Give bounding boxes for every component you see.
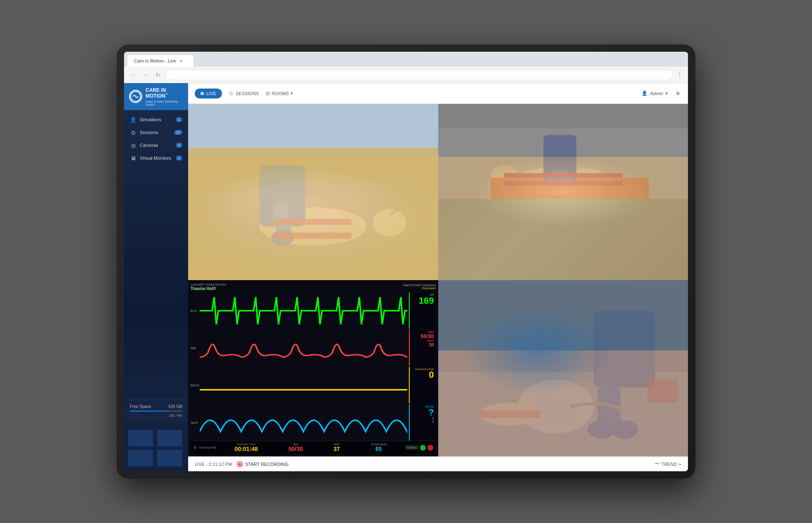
monitor-title: Laerdal® Virtual Monitor Trauma Hal® [191, 283, 226, 291]
sidebar-item-simulators[interactable]: 👤 Simulators 1 [124, 113, 188, 126]
svg-point-24 [588, 420, 615, 439]
svg-rect-6 [272, 202, 294, 243]
pause-icon[interactable]: ⏸ [193, 445, 197, 450]
map-bottom-value: 37 [334, 446, 340, 452]
storage-fill [130, 410, 167, 412]
hr-vital: HR 169 [409, 293, 436, 329]
hamburger-menu-icon[interactable]: ≡ [674, 88, 681, 99]
svg-rect-1 [188, 104, 438, 280]
abp-label: ABP [191, 347, 199, 350]
admin-icon: 👤 [642, 91, 647, 96]
simulators-icon: 👤 [130, 117, 136, 123]
rooms-nav-icon: ⊞ [265, 90, 270, 96]
sessions-nav-link[interactable]: ⊙ SESSIONS [229, 90, 259, 96]
map-bottom-label: MAP [334, 443, 340, 446]
trend-button[interactable]: 〜 TREND + [655, 461, 681, 468]
trend-label: TREND [662, 462, 677, 467]
main-content: Laerdal® Virtual Monitor Trauma Hal® PAR… [188, 104, 688, 471]
browser-address-bar: ← → ↻ ⋮ [124, 67, 688, 83]
back-button[interactable]: ← [129, 71, 138, 79]
svg-rect-30 [647, 380, 678, 403]
monitor-tracks-container: ECG [191, 293, 436, 441]
svg-rect-18 [504, 181, 622, 186]
sidebar-preview [124, 422, 188, 471]
svg-point-7 [271, 230, 294, 246]
top-nav: LIVE ⊙ SESSIONS ⊞ ROOMS ▾ 👤 Admin [188, 83, 688, 104]
bottom-stats: Scenario Time 00:01:48 Sys 50/30 [220, 443, 402, 452]
rooms-nav-link[interactable]: ⊞ ROOMS ▾ [265, 90, 293, 96]
storage-label: Free Space 425 GB [130, 404, 182, 409]
monitor-name-tag: Trauma Hal [199, 446, 216, 449]
session-name: Gourmand [403, 287, 435, 290]
video-cell-1 [188, 104, 438, 280]
svg-rect-21 [438, 372, 688, 456]
sessions-nav-icon: ⊙ [229, 90, 233, 96]
forward-button[interactable]: → [141, 71, 150, 79]
video-cell-patient-monitor: Laerdal® Virtual Monitor Trauma Hal® PAR… [188, 280, 438, 456]
admin-label: Admin [650, 91, 663, 96]
browser-menu-icon[interactable]: ⋮ [676, 71, 683, 79]
video-cell-4 [438, 280, 688, 456]
cameras-badge: 3 [176, 143, 182, 148]
record-button[interactable]: START RECORDING [237, 461, 289, 467]
close-icon[interactable]: ✕ [179, 59, 183, 63]
storage-value: 425 GB [168, 404, 182, 409]
live-time: LIVE - 2:11:12 PM [195, 462, 232, 467]
app-container: CARE IN MOTION™ Audio & Video Debriefing… [124, 83, 688, 471]
scenario-time: Scenario Time 00:01:48 [234, 443, 258, 452]
ecg-track: ECG [191, 293, 407, 329]
svg-rect-9 [275, 233, 351, 239]
svg-rect-14 [491, 178, 649, 199]
admin-nav[interactable]: 👤 Admin ▾ [642, 91, 667, 96]
virtual-monitors-badge: 1 [176, 156, 182, 161]
svg-rect-29 [479, 410, 540, 418]
spo2-sub-values: 00 [432, 417, 434, 424]
monitor-action-btns: Online [405, 445, 433, 451]
sidebar-item-sessions[interactable]: ⊙ Sessions 17 [124, 126, 188, 139]
map-value: 36 [429, 343, 434, 347]
svg-rect-23 [597, 387, 621, 433]
app-title: CARE IN MOTION™ [146, 87, 183, 99]
svg-point-28 [479, 403, 540, 426]
storage-text: Free Space [130, 404, 151, 409]
address-bar[interactable] [165, 70, 673, 80]
reload-button[interactable]: ↻ [154, 71, 162, 79]
sidebar-item-virtual-monitors[interactable]: 🖥 Virtual Monitors 1 [124, 152, 188, 165]
video-cell-2 [438, 104, 688, 280]
sidebar-storage: Free Space 425 GB 261 Hrs [124, 400, 188, 422]
live-button[interactable]: LIVE [195, 89, 222, 98]
temp-bottom: Temperature 85 [370, 443, 387, 452]
ecg-label: ECG [191, 309, 199, 312]
scenario-time-label: Scenario Time [234, 443, 258, 446]
rooms-chevron-icon: ▾ [291, 91, 293, 96]
virtual-monitors-icon: 🖥 [130, 155, 136, 161]
svg-point-26 [517, 380, 594, 434]
browser-tab[interactable]: Care In Motion - Live ✕ [127, 55, 193, 67]
abp-bottom: Sys 50/30 [289, 443, 303, 452]
video-grid: Laerdal® Virtual Monitor Trauma Hal® PAR… [188, 104, 688, 456]
svg-rect-10 [438, 104, 688, 199]
temp-value: 85 [370, 446, 387, 452]
browser-chrome: Care In Motion - Live ✕ ← → ↻ ⋮ [124, 52, 688, 471]
admin-chevron-icon: ▾ [666, 91, 668, 96]
ecg-waveform [200, 293, 407, 329]
svg-rect-27 [533, 399, 578, 422]
storage-bar [130, 410, 182, 412]
svg-point-16 [547, 170, 573, 186]
virtual-monitors-label: Virtual Monitors [140, 156, 171, 161]
logo-icon [129, 90, 142, 103]
sessions-icon: ⊙ [130, 130, 136, 136]
vitals-panel: HR 169 ABP 50/30 MAP 36 [409, 293, 436, 441]
svg-rect-22 [594, 311, 655, 387]
app-subtitle: Audio & Video Debriefing System [146, 100, 183, 106]
sidebar-item-cameras[interactable]: ◎ Cameras 3 [124, 139, 188, 152]
pause-btn-area: ⏸ Trauma Hal [193, 445, 216, 450]
record-label: START RECORDING [245, 462, 289, 467]
svg-point-12 [513, 167, 612, 196]
map-bottom: MAP 37 [334, 443, 340, 452]
record-icon [237, 461, 243, 467]
browser-tabs: Care In Motion - Live ✕ [124, 52, 688, 67]
rooms-nav-label: ROOMS [272, 91, 289, 96]
storage-hours: 261 Hrs [130, 413, 182, 417]
rr-vital: Respiratory Rate 0 [409, 367, 436, 403]
